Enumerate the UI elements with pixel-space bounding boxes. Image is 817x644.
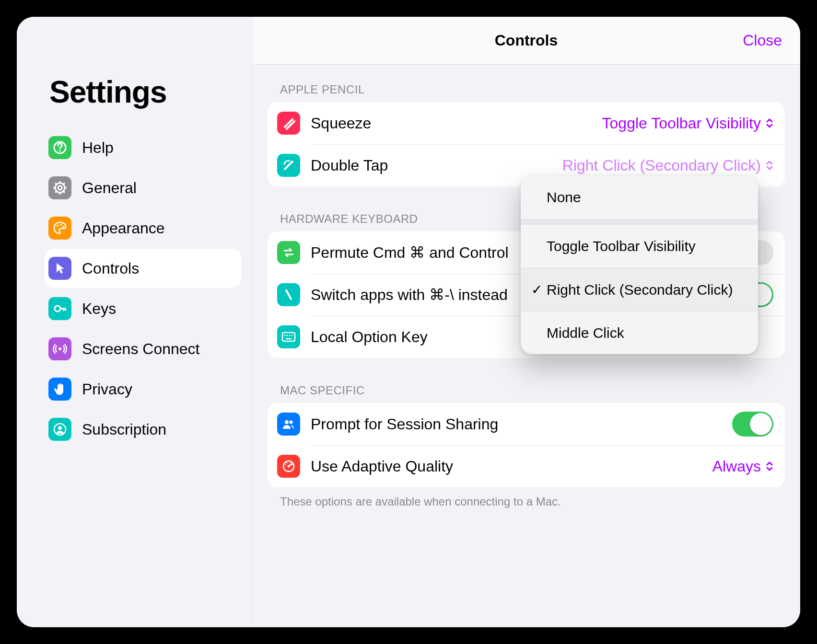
double-tap-icon: [277, 154, 300, 177]
row-label: Squeeze: [311, 115, 602, 132]
svg-point-30: [289, 335, 291, 336]
svg-point-38: [286, 462, 287, 463]
content-pane: Controls Close APPLE PENCIL Squeeze Togg…: [252, 17, 800, 627]
svg-point-39: [290, 462, 291, 463]
updown-chevron-icon: [766, 118, 773, 128]
svg-line-24: [285, 161, 292, 169]
svg-point-13: [60, 224, 62, 226]
popover-option-label: Middle Click: [547, 324, 747, 342]
check-icon: ✓: [531, 282, 547, 298]
svg-line-11: [63, 183, 65, 184]
svg-point-33: [290, 421, 293, 424]
palette-icon: [48, 217, 71, 240]
content-header: Controls Close: [252, 17, 800, 65]
sidebar-item-help[interactable]: Help: [45, 128, 241, 167]
svg-rect-26: [282, 333, 295, 341]
sidebar-item-label: Appearance: [82, 219, 165, 237]
sidebar: Settings Help General Appearance Control…: [17, 17, 252, 627]
hand-icon: [48, 378, 71, 401]
svg-line-10: [55, 191, 57, 193]
backslash-icon: [277, 283, 300, 306]
svg-point-28: [284, 335, 286, 336]
updown-chevron-icon: [766, 160, 773, 171]
popover-option-toggle-toolbar[interactable]: Toggle Toolbar Visibility: [521, 225, 758, 268]
settings-window: Settings Help General Appearance Control…: [17, 17, 800, 627]
person-icon: [48, 418, 71, 441]
key-icon: [48, 297, 71, 320]
svg-line-8: [55, 183, 57, 184]
svg-point-12: [57, 225, 58, 227]
mac-specific-note: These options are available when connect…: [280, 495, 785, 508]
sidebar-item-appearance[interactable]: Appearance: [45, 208, 241, 248]
svg-line-25: [286, 290, 291, 299]
squeeze-value-picker[interactable]: Toggle Toolbar Visibility: [602, 115, 773, 132]
adaptive-value-picker[interactable]: Always: [712, 458, 773, 475]
svg-point-40: [292, 464, 292, 465]
broadcast-icon: [48, 337, 71, 360]
sidebar-item-label: Screens Connect: [82, 340, 199, 358]
group-apple-pencil: Squeeze Toggle Toolbar Visibility Double…: [268, 102, 785, 186]
popover-option-middle-click[interactable]: Middle Click: [521, 311, 758, 354]
sidebar-item-controls[interactable]: Controls: [45, 249, 241, 288]
svg-point-1: [59, 150, 61, 152]
sidebar-item-label: Help: [82, 139, 114, 157]
svg-point-19: [58, 347, 61, 350]
help-icon: [48, 136, 71, 159]
sidebar-item-screens-connect[interactable]: Screens Connect: [45, 329, 241, 368]
popover-separator: [521, 219, 758, 225]
sidebar-item-label: General: [82, 179, 137, 197]
sidebar-title: Settings: [49, 74, 241, 110]
row-squeeze[interactable]: Squeeze Toggle Toolbar Visibility: [268, 102, 785, 144]
sidebar-item-subscription[interactable]: Subscription: [45, 410, 241, 449]
svg-point-29: [287, 335, 288, 336]
gear-icon: [48, 176, 71, 199]
keyboard-icon: [277, 325, 300, 348]
sidebar-item-label: Privacy: [82, 380, 132, 398]
popover-option-label: Toggle Toolbar Visibility: [547, 237, 747, 255]
double-tap-value-picker[interactable]: Right Click (Secondary Click): [562, 157, 773, 174]
svg-point-15: [55, 306, 60, 311]
svg-point-21: [58, 426, 62, 430]
svg-point-32: [285, 420, 289, 424]
swap-icon: [277, 241, 300, 264]
row-session-sharing: Prompt for Session Sharing: [268, 403, 785, 445]
sidebar-item-keys[interactable]: Keys: [45, 289, 241, 328]
row-label: Double Tap: [311, 157, 562, 174]
section-mac-specific: MAC SPECIFIC: [280, 384, 785, 397]
row-label: Use Adaptive Quality: [311, 458, 712, 475]
row-adaptive-quality[interactable]: Use Adaptive Quality Always: [268, 445, 785, 487]
svg-line-9: [63, 191, 65, 193]
cursor-icon: [48, 257, 71, 280]
popover-option-label: None: [547, 188, 747, 207]
gauge-icon: [277, 455, 300, 478]
sidebar-item-label: Controls: [82, 260, 139, 277]
popover-option-none[interactable]: None: [521, 176, 758, 219]
svg-point-3: [58, 186, 62, 190]
close-button[interactable]: Close: [743, 32, 782, 49]
section-apple-pencil: APPLE PENCIL: [280, 83, 785, 96]
updown-chevron-icon: [766, 461, 773, 472]
group-mac-specific: Prompt for Session Sharing Use Adaptive …: [268, 403, 785, 487]
sidebar-item-privacy[interactable]: Privacy: [45, 369, 241, 409]
sidebar-item-label: Keys: [82, 300, 116, 318]
popover-option-right-click[interactable]: ✓ Right Click (Secondary Click): [521, 268, 758, 311]
sidebar-item-general[interactable]: General: [45, 168, 241, 207]
double-tap-popover: None Toggle Toolbar Visibility ✓ Right C…: [521, 176, 758, 354]
svg-point-37: [285, 464, 286, 465]
row-label: Prompt for Session Sharing: [311, 415, 732, 433]
page-title: Controls: [495, 32, 558, 49]
people-icon: [277, 413, 300, 436]
session-sharing-switch[interactable]: [732, 412, 773, 437]
sidebar-item-label: Subscription: [82, 421, 166, 438]
svg-point-14: [62, 226, 64, 228]
svg-point-31: [292, 335, 293, 336]
squeeze-icon: [277, 112, 300, 135]
popover-option-label: Right Click (Secondary Click): [547, 281, 747, 299]
